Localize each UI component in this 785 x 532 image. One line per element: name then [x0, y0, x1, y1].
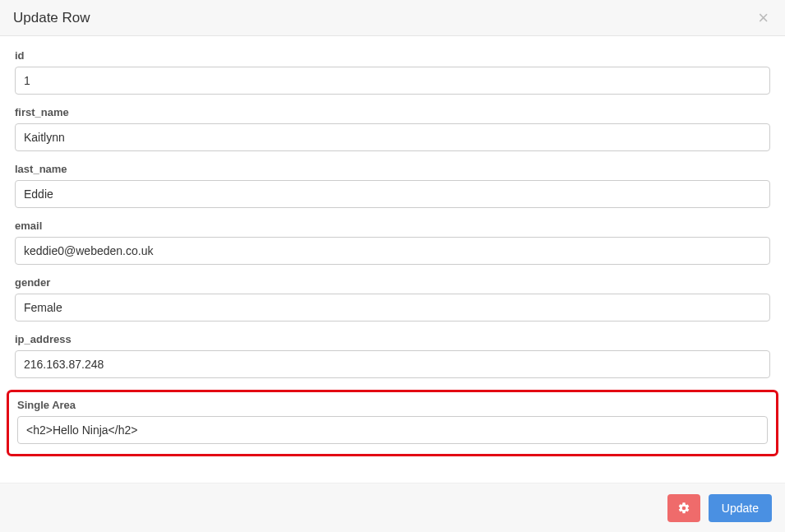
last-name-input[interactable] [15, 180, 770, 208]
modal-title: Update Row [13, 10, 90, 26]
single-area-label: Single Area [17, 399, 768, 411]
last-name-label: last_name [15, 163, 770, 175]
ip-address-input[interactable] [15, 350, 770, 378]
gender-input[interactable] [15, 294, 770, 322]
update-button[interactable]: Update [709, 494, 772, 522]
close-icon: × [758, 7, 769, 28]
settings-button[interactable] [667, 494, 700, 522]
field-group-gender: gender [15, 276, 770, 322]
modal-header: Update Row × [0, 0, 785, 36]
gender-label: gender [15, 276, 770, 289]
field-group-single-area: Single Area [7, 390, 778, 456]
field-group-first-name: first_name [15, 106, 770, 151]
modal-body: id first_name last_name email gender ip_… [0, 36, 785, 471]
id-label: id [15, 49, 770, 62]
field-group-id: id [15, 49, 770, 95]
modal-footer: Update [0, 483, 785, 532]
close-button[interactable]: × [755, 9, 772, 27]
field-group-last-name: last_name [15, 163, 770, 208]
single-area-input[interactable] [17, 416, 768, 444]
gear-icon [677, 502, 690, 515]
email-label: email [15, 220, 770, 232]
email-input[interactable] [15, 237, 770, 265]
first-name-label: first_name [15, 106, 770, 118]
ip-address-label: ip_address [15, 333, 770, 345]
id-input[interactable] [15, 67, 770, 95]
field-group-ip-address: ip_address [15, 333, 770, 378]
field-group-email: email [15, 220, 770, 265]
first-name-input[interactable] [15, 123, 770, 151]
